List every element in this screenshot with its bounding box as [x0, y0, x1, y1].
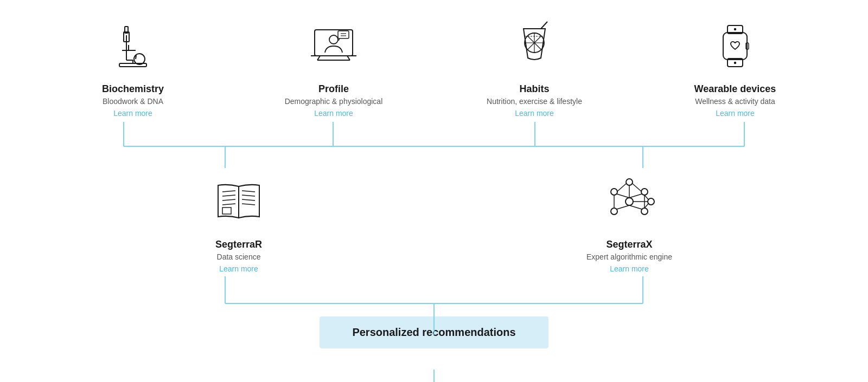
- segterrar-title: SegterraR: [215, 239, 262, 250]
- svg-point-44: [735, 62, 736, 64]
- profile-learn-more[interactable]: Learn more: [314, 109, 353, 118]
- svg-line-73: [644, 204, 648, 208]
- svg-line-52: [242, 199, 255, 200]
- output-label: Personalized recommendations: [352, 326, 515, 338]
- node-habits: Habits Nutrition, exercise & lifestyle L…: [475, 16, 594, 118]
- node-segterrar: SegterraR Data science Learn more: [179, 172, 298, 273]
- svg-line-37: [541, 22, 547, 29]
- svg-line-46: [222, 191, 235, 192]
- biochemistry-title: Biochemistry: [102, 83, 164, 95]
- svg-rect-39: [723, 33, 747, 60]
- svg-line-50: [242, 191, 255, 192]
- svg-point-56: [611, 189, 617, 195]
- svg-line-53: [242, 204, 255, 205]
- svg-point-60: [626, 179, 633, 185]
- profile-icon: [304, 16, 363, 76]
- svg-point-27: [329, 35, 338, 44]
- habits-learn-more[interactable]: Learn more: [515, 109, 554, 118]
- biochemistry-subtitle: Bloodwork & DNA: [103, 97, 163, 106]
- output-box: Personalized recommendations: [320, 316, 548, 348]
- wearable-title: Wearable devices: [694, 83, 776, 95]
- node-biochemistry: Biochemistry Bloodwork & DNA Learn more: [73, 16, 193, 118]
- watch-icon: [705, 16, 765, 76]
- svg-line-63: [629, 194, 642, 198]
- wearable-subtitle: Wellness & activity data: [695, 97, 775, 106]
- svg-line-51: [242, 195, 255, 196]
- svg-point-55: [626, 198, 633, 205]
- svg-line-70: [617, 184, 626, 192]
- svg-line-21: [136, 55, 136, 59]
- habits-title: Habits: [519, 83, 549, 95]
- node-wearable: Wearable devices Wellness & activity dat…: [675, 16, 795, 118]
- svg-line-72: [644, 195, 648, 199]
- svg-line-64: [617, 205, 629, 209]
- svg-point-57: [641, 189, 648, 195]
- svg-line-48: [222, 199, 235, 200]
- svg-point-61: [648, 198, 654, 205]
- svg-line-62: [617, 194, 629, 198]
- svg-point-58: [611, 208, 617, 215]
- svg-line-65: [629, 205, 642, 209]
- biochemistry-learn-more[interactable]: Learn more: [113, 109, 152, 118]
- node-profile: Profile Demographic & physiological Lear…: [274, 16, 393, 118]
- network-icon: [599, 172, 659, 231]
- middle-row: SegterraR Data science Learn more: [0, 172, 868, 273]
- svg-line-71: [633, 184, 642, 192]
- svg-rect-54: [222, 208, 231, 214]
- habits-subtitle: Nutrition, exercise & lifestyle: [487, 97, 582, 106]
- node-segterrax: SegterraX Expert algorithmic engine Lear…: [570, 172, 689, 273]
- svg-line-49: [222, 204, 235, 205]
- segterrar-subtitle: Data science: [217, 252, 261, 261]
- top-row: Biochemistry Bloodwork & DNA Learn more: [0, 0, 868, 118]
- svg-rect-28: [338, 31, 349, 38]
- diagram-container: Biochemistry Bloodwork & DNA Learn more: [0, 0, 868, 382]
- bottom-row: Personalized recommendations: [0, 316, 868, 348]
- svg-line-25: [347, 56, 350, 60]
- wearable-learn-more[interactable]: Learn more: [716, 109, 755, 118]
- profile-title: Profile: [318, 83, 349, 95]
- segterrax-subtitle: Expert algorithmic engine: [586, 252, 672, 261]
- habits-icon: [505, 16, 564, 76]
- profile-subtitle: Demographic & physiological: [285, 97, 383, 106]
- microscope-icon: [103, 16, 163, 76]
- book-icon: [209, 172, 269, 231]
- svg-point-43: [735, 29, 736, 30]
- svg-line-47: [222, 195, 235, 196]
- segterrax-title: SegterraX: [606, 239, 652, 250]
- svg-line-24: [317, 56, 320, 60]
- segterrar-learn-more[interactable]: Learn more: [219, 264, 258, 273]
- segterrax-learn-more[interactable]: Learn more: [610, 264, 649, 273]
- svg-point-59: [641, 208, 648, 215]
- svg-rect-22: [315, 30, 353, 56]
